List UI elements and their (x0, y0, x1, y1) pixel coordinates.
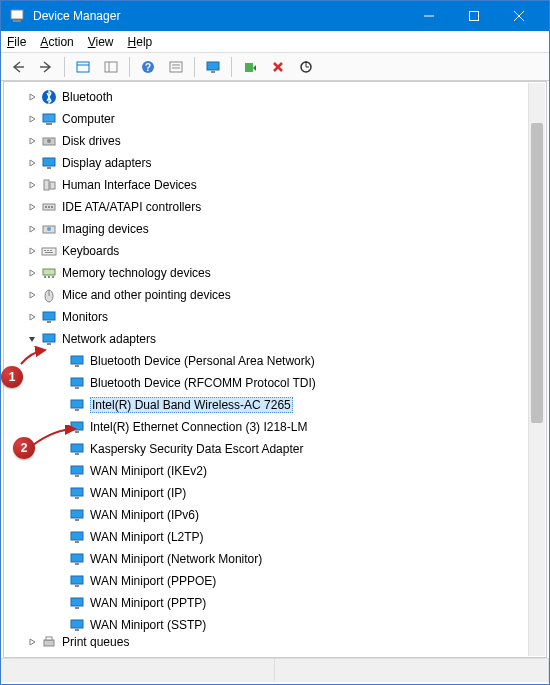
svg-rect-74 (75, 629, 79, 631)
svg-rect-76 (46, 637, 52, 640)
device-row[interactable]: Kaspersky Security Data Escort Adapter (4, 438, 546, 460)
svg-rect-36 (47, 250, 49, 251)
expand-icon[interactable] (24, 133, 40, 149)
category-row[interactable]: Display adapters (4, 152, 546, 174)
expand-icon[interactable] (24, 287, 40, 303)
minimize-button[interactable] (406, 1, 451, 31)
close-button[interactable] (496, 1, 541, 31)
device-row[interactable]: WAN Miniport (L2TP) (4, 526, 546, 548)
svg-rect-63 (71, 510, 83, 518)
category-row[interactable]: Monitors (4, 306, 546, 328)
svg-rect-26 (44, 180, 49, 190)
hid-icon (40, 176, 58, 194)
svg-rect-40 (44, 276, 46, 278)
category-row[interactable]: Imaging devices (4, 218, 546, 240)
ide-icon (40, 198, 58, 216)
expander-spacer (52, 595, 68, 611)
category-row[interactable]: Computer (4, 108, 546, 130)
expander-spacer (52, 529, 68, 545)
mouse-icon (40, 286, 58, 304)
expand-icon[interactable] (24, 309, 40, 325)
category-row[interactable]: Mice and other pointing devices (4, 284, 546, 306)
expand-icon[interactable] (24, 636, 40, 648)
category-row[interactable]: Memory technology devices (4, 262, 546, 284)
expander-spacer (52, 551, 68, 567)
expander-spacer (52, 617, 68, 633)
collapse-icon[interactable] (24, 331, 40, 347)
expand-icon[interactable] (24, 89, 40, 105)
uninstall-button[interactable] (265, 55, 291, 79)
device-row[interactable]: WAN Miniport (IP) (4, 482, 546, 504)
device-row[interactable]: WAN Miniport (SSTP) (4, 614, 546, 636)
network-adapter-icon (68, 594, 86, 612)
expander-spacer (52, 353, 68, 369)
help-button[interactable]: ? (135, 55, 161, 79)
device-row[interactable]: WAN Miniport (IKEv2) (4, 460, 546, 482)
category-row[interactable]: Network adapters (4, 328, 546, 350)
svg-rect-25 (47, 167, 51, 169)
svg-rect-52 (75, 387, 79, 389)
device-label: WAN Miniport (SSTP) (90, 618, 206, 632)
svg-rect-58 (75, 453, 79, 455)
monitor-button[interactable] (200, 55, 226, 79)
svg-rect-39 (43, 269, 55, 275)
expand-icon[interactable] (24, 155, 40, 171)
device-row[interactable]: WAN Miniport (PPTP) (4, 592, 546, 614)
imaging-icon (40, 220, 58, 238)
svg-rect-49 (71, 356, 83, 364)
svg-rect-37 (50, 250, 52, 251)
expand-icon[interactable] (24, 111, 40, 127)
svg-rect-73 (71, 620, 83, 628)
svg-point-33 (47, 227, 51, 231)
category-row[interactable]: Keyboards (4, 240, 546, 262)
svg-rect-47 (43, 334, 55, 342)
category-row[interactable]: Disk drives (4, 130, 546, 152)
update-driver-button[interactable] (237, 55, 263, 79)
menu-help[interactable]: Help (128, 35, 153, 49)
expander-spacer (52, 397, 68, 413)
svg-rect-72 (75, 607, 79, 609)
expand-icon[interactable] (24, 243, 40, 259)
scrollbar-thumb[interactable] (531, 123, 543, 423)
treeview-button[interactable] (98, 55, 124, 79)
menu-bar: File Action View Help (1, 31, 549, 53)
device-row[interactable]: WAN Miniport (Network Monitor) (4, 548, 546, 570)
expand-icon[interactable] (24, 221, 40, 237)
vertical-scrollbar[interactable] (528, 83, 545, 656)
scan-hardware-button[interactable] (293, 55, 319, 79)
properties-button[interactable] (163, 55, 189, 79)
device-row[interactable]: Intel(R) Dual Band Wireless-AC 7265 (4, 394, 546, 416)
menu-view[interactable]: View (88, 35, 114, 49)
status-cell (1, 659, 275, 682)
category-label: Bluetooth (62, 90, 113, 104)
svg-rect-70 (75, 585, 79, 587)
menu-file[interactable]: File (7, 35, 26, 49)
expand-icon[interactable] (24, 177, 40, 193)
expander-spacer (52, 485, 68, 501)
device-row[interactable]: Bluetooth Device (RFCOMM Protocol TDI) (4, 372, 546, 394)
network-adapter-icon (68, 462, 86, 480)
svg-rect-35 (44, 250, 46, 251)
device-row[interactable]: WAN Miniport (IPv6) (4, 504, 546, 526)
network-adapter-icon (68, 616, 86, 634)
category-row[interactable]: Print queues (4, 636, 546, 648)
category-row[interactable]: IDE ATA/ATAPI controllers (4, 196, 546, 218)
category-row[interactable]: Bluetooth (4, 86, 546, 108)
maximize-button[interactable] (451, 1, 496, 31)
back-button[interactable] (5, 55, 31, 79)
device-row[interactable]: Intel(R) Ethernet Connection (3) I218-LM (4, 416, 546, 438)
network-adapter-icon (68, 572, 86, 590)
expand-icon[interactable] (24, 199, 40, 215)
device-label: Bluetooth Device (Personal Area Network) (90, 354, 315, 368)
show-hidden-button[interactable] (70, 55, 96, 79)
forward-button[interactable] (33, 55, 59, 79)
menu-action[interactable]: Action (40, 35, 73, 49)
category-row[interactable]: Human Interface Devices (4, 174, 546, 196)
device-row[interactable]: WAN Miniport (PPPOE) (4, 570, 546, 592)
device-row[interactable]: Bluetooth Device (Personal Area Network) (4, 350, 546, 372)
expand-icon[interactable] (24, 265, 40, 281)
category-label: Monitors (62, 310, 108, 324)
device-tree[interactable]: BluetoothComputerDisk drivesDisplay adap… (4, 82, 546, 657)
printer-icon (40, 636, 58, 648)
toolbar: ? (1, 53, 549, 81)
